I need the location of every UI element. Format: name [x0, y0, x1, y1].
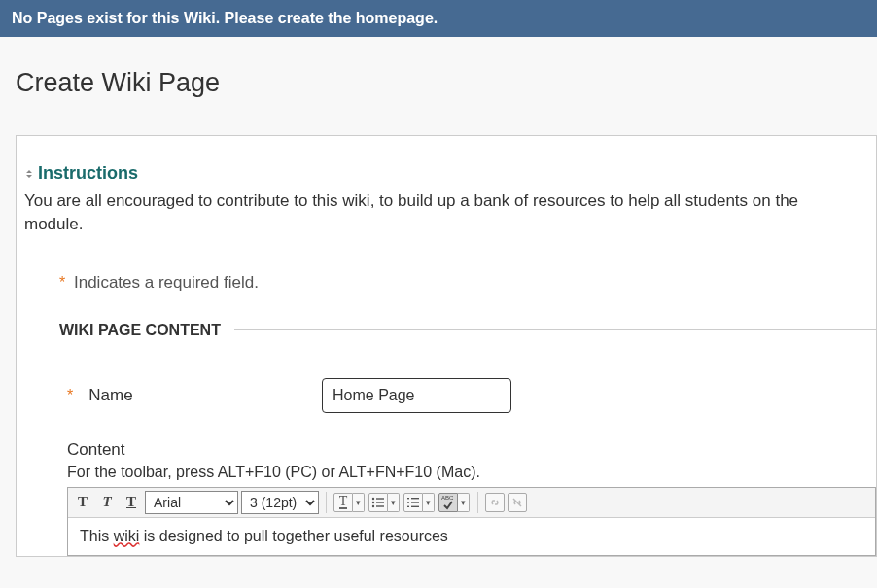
- page-title: Create Wiki Page: [0, 37, 877, 120]
- svg-point-4: [372, 504, 374, 506]
- svg-point-2: [372, 501, 374, 502]
- required-text: Indicates a required field.: [74, 273, 259, 292]
- fields-group: * Name Content For the toolbar, press AL…: [59, 378, 876, 556]
- asterisk-icon: *: [67, 387, 73, 404]
- editor-toolbar: T T T Arial 3 (12pt) T ▾: [68, 488, 875, 518]
- name-input[interactable]: [322, 378, 511, 413]
- section-title: WIKI PAGE CONTENT: [59, 322, 234, 339]
- instructions-body: You are all encouraged to contribute to …: [17, 190, 876, 254]
- svg-rect-1: [376, 498, 384, 499]
- bullet-list-dropdown[interactable]: ▾: [388, 493, 400, 512]
- font-family-select[interactable]: Arial: [145, 491, 238, 514]
- required-indicator: * Indicates a required field.: [59, 273, 876, 322]
- rich-text-editor: T T T Arial 3 (12pt) T ▾: [67, 487, 876, 556]
- svg-rect-8: [407, 502, 409, 502]
- toolbar-separator: [477, 492, 478, 513]
- section-header: WIKI PAGE CONTENT: [59, 322, 876, 339]
- unlink-button[interactable]: [508, 493, 527, 512]
- link-button[interactable]: [485, 493, 505, 512]
- italic-button[interactable]: T: [96, 491, 118, 514]
- notice-banner: No Pages exist for this Wiki. Please cre…: [0, 0, 877, 37]
- svg-rect-10: [407, 505, 409, 506]
- toolbar-hint: For the toolbar, press ALT+F10 (PC) or A…: [67, 464, 876, 481]
- spellcheck-button[interactable]: ABC: [438, 493, 458, 512]
- form-panel: * Indicates a required field. WIKI PAGE …: [36, 254, 876, 556]
- underline-button[interactable]: T: [121, 491, 142, 514]
- svg-rect-3: [376, 502, 384, 502]
- editor-text-spellerror: wiki: [114, 528, 140, 544]
- editor-text-prefix: This: [80, 528, 114, 544]
- text-color-dropdown[interactable]: ▾: [353, 493, 365, 512]
- spellcheck-dropdown[interactable]: ▾: [458, 493, 470, 512]
- notice-text: No Pages exist for this Wiki. Please cre…: [12, 10, 438, 26]
- svg-rect-9: [411, 502, 419, 502]
- svg-rect-6: [407, 498, 409, 499]
- bold-button[interactable]: T: [72, 491, 93, 514]
- number-list-button[interactable]: [403, 493, 423, 512]
- content-label: Content: [67, 440, 876, 460]
- instructions-heading: Instructions: [38, 163, 138, 184]
- bullet-list-button[interactable]: [368, 493, 388, 512]
- text-color-button[interactable]: T: [333, 493, 353, 512]
- text-color-group: T ▾: [333, 493, 365, 512]
- toolbar-separator: [326, 492, 327, 513]
- instructions-heading-row[interactable]: Instructions: [17, 163, 876, 190]
- number-list-group: ▾: [403, 493, 435, 512]
- svg-rect-11: [411, 505, 419, 506]
- number-list-dropdown[interactable]: ▾: [423, 493, 435, 512]
- svg-rect-7: [411, 498, 419, 499]
- asterisk-icon: *: [59, 274, 65, 291]
- editor-text-suffix: is designed to pull together useful reso…: [139, 528, 448, 544]
- name-label: Name: [88, 386, 132, 405]
- bullet-list-group: ▾: [368, 493, 400, 512]
- name-label-wrap: * Name: [67, 386, 322, 405]
- svg-rect-5: [376, 505, 384, 506]
- font-size-select[interactable]: 3 (12pt): [241, 491, 319, 514]
- name-field-row: * Name: [67, 378, 876, 413]
- collapse-icon[interactable]: [24, 169, 34, 179]
- svg-point-0: [372, 497, 374, 499]
- editor-content[interactable]: This wiki is designed to pull together u…: [68, 518, 875, 555]
- divider: [234, 329, 876, 330]
- spellcheck-group: ABC ▾: [438, 493, 470, 512]
- main-panel: Instructions You are all encouraged to c…: [16, 135, 877, 557]
